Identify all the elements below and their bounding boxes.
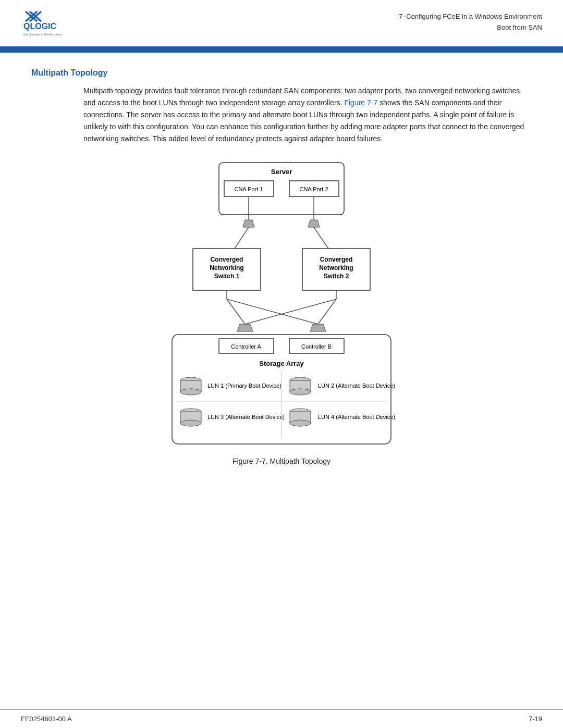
line-sw1-ctrlB xyxy=(227,299,318,324)
switch2-line1: Converged xyxy=(320,256,353,263)
body-paragraph: Multipath topology provides fault tolera… xyxy=(83,85,532,145)
cna-port2-label: CNA Port 2 xyxy=(299,186,328,192)
controller-a-label: Controller A xyxy=(231,343,261,350)
page-header: QLOGIC the Ultimate in Performance 7–Con… xyxy=(0,0,563,48)
connector-ctrlA xyxy=(237,324,253,331)
footer-page-number: 7-19 xyxy=(529,715,542,723)
switch2-line3: Switch 2 xyxy=(324,273,349,280)
connector-ctrlB xyxy=(310,324,326,331)
section-title-header: Boot from SAN xyxy=(83,22,542,33)
topology-diagram: Server CNA Port 1 CNA Port 2 xyxy=(130,157,433,451)
connector-cna2 xyxy=(308,220,320,227)
header-text: 7–Configuring FCoE in a Windows Environm… xyxy=(83,9,542,33)
line-sw2-ctrlA xyxy=(245,299,336,324)
svg-text:QLOGIC: QLOGIC xyxy=(23,22,57,31)
lun3-cyl-bottom xyxy=(180,420,201,426)
server-label: Server xyxy=(271,168,292,176)
page-footer: FE0254601-00 A 7-19 xyxy=(0,709,563,728)
switch1-line3: Switch 1 xyxy=(214,273,240,280)
cna-port1-label: CNA Port 1 xyxy=(234,186,263,192)
multipath-topology-svg: Server CNA Port 1 CNA Port 2 xyxy=(130,157,433,449)
line-sw2-ctrlB xyxy=(318,299,336,324)
lun4-cyl-bottom xyxy=(290,420,311,426)
main-content: Multipath Topology Multipath topology pr… xyxy=(0,68,563,502)
lun4-label: LUN 4 (Alternate Boot Device) xyxy=(318,414,395,420)
lun1-cyl-bottom xyxy=(180,389,201,395)
connector-cna1 xyxy=(243,220,254,227)
figure-link[interactable]: Figure 7-7 xyxy=(344,98,377,107)
blue-bar xyxy=(0,48,563,53)
logo-area: QLOGIC the Ultimate in Performance xyxy=(21,9,73,42)
line-cna2-sw2 xyxy=(314,227,328,249)
svg-text:the Ultimate in Performance: the Ultimate in Performance xyxy=(23,33,63,36)
storage-array-label: Storage Array xyxy=(259,360,304,367)
controller-b-label: Controller B xyxy=(301,343,332,350)
qlogic-logo: QLOGIC the Ultimate in Performance xyxy=(21,9,68,41)
lun2-label: LUN 2 (Alternate Boot Device) xyxy=(318,382,395,389)
line-sw1-ctrlA xyxy=(227,299,245,324)
footer-doc-number: FE0254601-00 A xyxy=(21,715,72,723)
switch2-line2: Networking xyxy=(319,264,353,272)
switch1-line1: Converged xyxy=(211,256,243,263)
lun1-label: LUN 1 (Primary Boot Device) xyxy=(207,382,282,389)
diagram-container: Server CNA Port 1 CNA Port 2 xyxy=(31,157,532,476)
chapter-title: 7–Configuring FCoE in a Windows Environm… xyxy=(83,11,542,22)
section-heading: Multipath Topology xyxy=(31,68,532,78)
lun3-label: LUN 3 (Alternate Boot Device) xyxy=(207,414,285,420)
line-cna1-sw1 xyxy=(235,227,249,249)
switch1-line2: Networking xyxy=(210,264,243,272)
figure-caption: Figure 7-7. Multipath Topology xyxy=(232,457,331,465)
lun2-cyl-bottom xyxy=(290,389,311,395)
